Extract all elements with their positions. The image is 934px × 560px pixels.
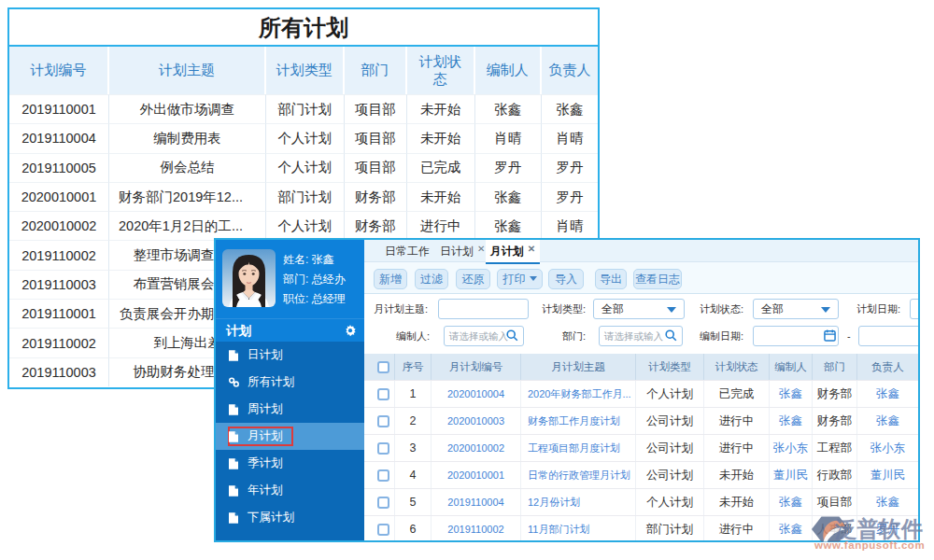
svg-text:www.fanpusoft.com: www.fanpusoft.com xyxy=(814,539,925,551)
svg-text:泛普软件: 泛普软件 xyxy=(834,517,924,541)
